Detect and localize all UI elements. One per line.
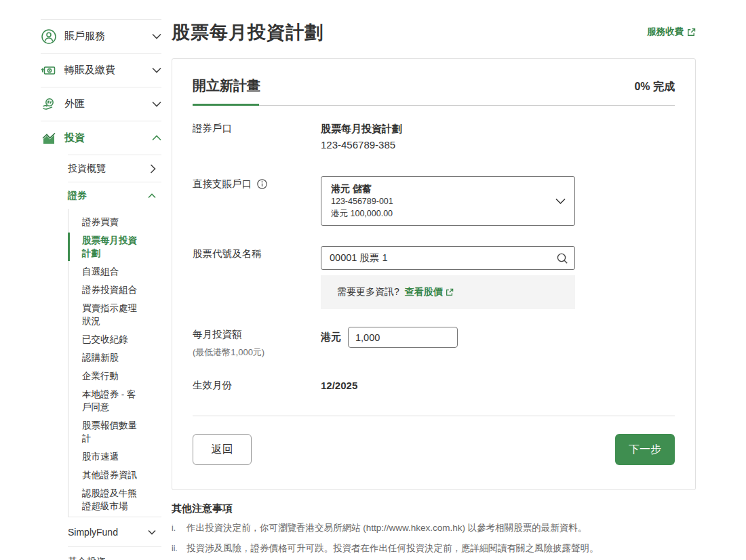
chevron-down-icon <box>152 33 161 39</box>
user-icon <box>41 28 57 45</box>
notes-title: 其他注意事項 <box>172 502 696 515</box>
sidebar-item-label: SimplyFund <box>68 527 118 538</box>
securities-submenu: 證券買賣 股票每月投資計劃 自選組合 證券投資組合 買賣指示處理狀況 已交收紀錄… <box>68 209 161 517</box>
debit-account-label: 直接支賬戶口 <box>193 178 252 191</box>
sidebar-item-label: 外匯 <box>64 98 85 111</box>
sidebar-item-label: 股票每月投資計劃 <box>82 235 137 258</box>
view-quote-link[interactable]: 查看股價 <box>405 286 454 298</box>
debit-account-type: 港元 儲蓄 <box>331 182 551 195</box>
card-divider <box>193 416 675 416</box>
service-fee-link[interactable]: 服務收費 <box>647 26 696 38</box>
sidebar-item-watchlist[interactable]: 自選組合 <box>82 262 144 281</box>
sidebar-item-account-services[interactable]: 賬戶服務 <box>41 19 161 53</box>
sidebar-item-corporate-actions[interactable]: 企業行動 <box>82 367 144 385</box>
sidebar-navigation: 賬戶服務 轉賬及繳費 外匯 <box>41 19 161 560</box>
note-item: i. 作出投資決定前，你可瀏覽香港交易所網站 (http://www.hkex.… <box>172 521 696 536</box>
sidebar-item-warrants-cbbc-supermarket[interactable]: 認股證及牛熊證超級市場 <box>82 484 144 515</box>
sidebar-item-transfers-payments[interactable]: 轉賬及繳費 <box>41 53 161 87</box>
sidebar-item-label: 基金投資 <box>68 556 106 560</box>
sidebar-item-securities-portfolio[interactable]: 證券投資組合 <box>82 281 144 299</box>
external-link-icon <box>687 28 696 37</box>
new-plan-card: 開立新計畫 0% 完成 證券戶口 股票每月投資計劃 123-456789-385… <box>172 58 696 490</box>
note-number: i. <box>172 521 186 536</box>
fx-icon <box>41 96 57 113</box>
info-icon[interactable] <box>257 179 267 189</box>
back-button[interactable]: 返回 <box>193 434 252 465</box>
stock-code-row: 股票代號及名稱 需要更多資訊? 查看股價 <box>193 246 675 309</box>
sidebar-item-investment-overview[interactable]: 投資概覽 <box>68 155 161 182</box>
page-title: 股票每月投資計劃 <box>172 20 323 45</box>
sidebar-item-foreign-exchange[interactable]: 外匯 <box>41 87 161 121</box>
note-number: ii. <box>172 541 186 556</box>
securities-account-name: 股票每月投資計劃 <box>321 121 675 137</box>
stock-code-label: 股票代號及名稱 <box>193 246 321 309</box>
debit-account-row: 直接支賬戶口 港元 儲蓄 123-456789-001 港元 100,000.0… <box>193 176 675 226</box>
sidebar-item-label: 賬戶服務 <box>64 30 105 43</box>
currency-label: 港元 <box>321 331 341 344</box>
monthly-amount-row: 每月投資額 (最低港幣1,000元) 港元 <box>193 327 675 359</box>
sidebar-item-market-express[interactable]: 股市速遞 <box>82 447 144 466</box>
view-quote-label: 查看股價 <box>405 286 443 298</box>
sidebar-item-investment[interactable]: 投資 <box>41 121 161 155</box>
monthly-amount-input[interactable] <box>348 327 458 348</box>
sidebar-item-stock-quote-quota[interactable]: 股票報價數量計 <box>82 416 144 447</box>
progress-bar <box>193 104 259 106</box>
progress-rule <box>193 104 675 106</box>
sidebar-item-securities[interactable]: 證券 <box>68 182 161 209</box>
next-button[interactable]: 下一步 <box>615 434 675 465</box>
sidebar-item-label: 證券 <box>68 190 87 202</box>
card-title: 開立新計畫 <box>193 77 260 95</box>
progress-status: 0% 完成 <box>634 80 675 94</box>
securities-account-label: 證券戶口 <box>193 121 321 153</box>
effective-month-value: 12/2025 <box>321 378 675 394</box>
chevron-down-icon <box>555 198 566 205</box>
sidebar-item-stock-monthly-plan[interactable]: 股票每月投資計劃 <box>82 231 144 262</box>
sidebar-item-label: 轉賬及繳費 <box>64 64 115 77</box>
service-fee-label: 服務收費 <box>647 26 684 38</box>
monthly-amount-label: 每月投資額 <box>193 329 242 340</box>
note-text: 作出投資決定前，你可瀏覽香港交易所網站 (http://www.hkex.com… <box>186 521 587 536</box>
debit-account-select[interactable]: 港元 儲蓄 123-456789-001 港元 100,000.00 <box>321 176 575 226</box>
other-notes-section: 其他注意事項 i. 作出投資決定前，你可瀏覽香港交易所網站 (http://ww… <box>172 502 696 560</box>
note-item: ii. 投資涉及風險，證券價格可升可跌。投資者在作出任何投資決定前，應詳細閱讀有… <box>172 541 696 556</box>
active-item-indicator <box>68 233 70 261</box>
sidebar-item-local-securities-consent[interactable]: 本地證券 - 客戶同意 <box>82 385 144 416</box>
sidebar-item-settled-records[interactable]: 已交收紀錄 <box>82 330 144 348</box>
stock-quote-info-box: 需要更多資訊? 查看股價 <box>321 275 575 309</box>
search-icon[interactable] <box>556 252 568 264</box>
minimum-amount-note: (最低港幣1,000元) <box>193 346 321 359</box>
sidebar-item-simplyfund[interactable]: SimplyFund <box>68 517 161 546</box>
sidebar-item-label: 投資概覽 <box>68 163 106 175</box>
sidebar-item-stock-trading[interactable]: 證券買賣 <box>82 213 144 231</box>
stock-code-input[interactable] <box>321 246 575 270</box>
transfer-icon <box>41 62 57 79</box>
main-content: 股票每月投資計劃 服務收費 開立新計畫 0% 完成 證券戶口 股票每月投資計劃 … <box>172 20 696 560</box>
more-info-text: 需要更多資訊? <box>337 286 399 298</box>
chevron-down-icon <box>148 529 156 535</box>
sidebar-item-label: 投資 <box>64 132 85 144</box>
chevron-down-icon <box>152 101 161 107</box>
chevron-down-icon <box>152 67 161 73</box>
sidebar-item-order-status[interactable]: 買賣指示處理狀況 <box>82 299 144 330</box>
effective-month-label: 生效月份 <box>193 378 321 394</box>
debit-account-balance: 港元 100,000.00 <box>331 207 551 220</box>
sidebar-item-other-securities-info[interactable]: 其他證券資訊 <box>82 466 144 484</box>
investment-icon <box>41 130 57 146</box>
debit-account-number: 123-456789-001 <box>331 195 551 207</box>
securities-account-row: 證券戶口 股票每月投資計劃 123-456789-385 <box>193 121 675 153</box>
securities-account-number: 123-456789-385 <box>321 137 675 153</box>
note-text: 投資涉及風險，證券價格可升可跌。投資者在作出任何投資決定前，應詳細閱讀有關之風險… <box>186 541 599 556</box>
external-link-icon <box>446 288 454 296</box>
chevron-up-icon <box>148 193 156 199</box>
sidebar-item-ipo-subscription[interactable]: 認購新股 <box>82 348 144 367</box>
chevron-up-icon <box>152 135 161 141</box>
chevron-right-icon <box>150 164 156 174</box>
sidebar-item-fund-investment[interactable]: 基金投資 <box>68 546 161 560</box>
effective-month-row: 生效月份 12/2025 <box>193 378 675 394</box>
